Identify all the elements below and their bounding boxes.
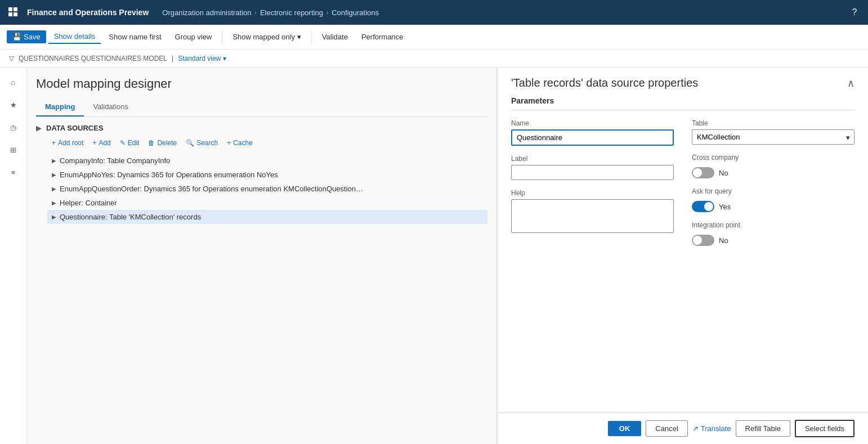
params-grid: Name Label Help xyxy=(511,119,854,246)
delete-icon: 🗑 xyxy=(148,139,155,147)
expand-icon: ▶ xyxy=(52,172,56,178)
svg-rect-2 xyxy=(8,12,12,16)
ds-item-enumappquestionorder[interactable]: ▶ EnumAppQuestionOrder: Dynamics 365 for… xyxy=(47,182,487,196)
breadcrumb-org-admin[interactable]: Organization administration xyxy=(162,8,251,17)
table-label: Table xyxy=(692,119,854,127)
add-icon: + xyxy=(92,139,96,147)
cache-button[interactable]: + Cache xyxy=(222,137,257,149)
breadcrumb-configurations[interactable]: Configurations xyxy=(332,8,379,17)
integration-point-toggle-row: No xyxy=(692,235,854,246)
label-field-group: Label xyxy=(511,155,674,180)
toolbar-separator xyxy=(222,30,222,44)
name-field-group: Name xyxy=(511,119,674,146)
expand-icon: ▶ xyxy=(52,158,56,164)
chevron-icon-2: › xyxy=(326,10,328,16)
label-input[interactable] xyxy=(511,165,674,180)
show-mapped-only-dropdown[interactable]: Show mapped only ▾ xyxy=(227,30,307,43)
refill-table-button[interactable]: Refill Table xyxy=(736,420,790,437)
translate-button[interactable]: ↗ Translate xyxy=(692,424,731,433)
ds-items-list: ▶ CompanyInfo: Table CompanyInfo ▶ EnumA… xyxy=(47,154,487,224)
ask-for-query-toggle-row: Yes xyxy=(692,201,854,212)
view-dropdown-icon: ▾ xyxy=(223,55,226,62)
show-details-button[interactable]: Show details xyxy=(48,30,101,44)
help-field-group: Help xyxy=(511,189,674,233)
close-icon[interactable]: ∧ xyxy=(847,77,854,89)
cache-icon: + xyxy=(227,139,231,147)
top-nav: Finance and Operations Preview Organizat… xyxy=(0,0,868,25)
right-panel-title: 'Table records' data source properties xyxy=(511,77,698,89)
add-root-button[interactable]: + Add root xyxy=(47,137,88,149)
svg-rect-0 xyxy=(8,7,12,11)
cross-company-toggle[interactable] xyxy=(692,167,714,178)
integration-point-toggle-text: No xyxy=(719,236,728,245)
ds-item-helper[interactable]: ▶ Helper: Container xyxy=(47,196,487,210)
ds-actions: + Add root + Add ✎ Edit 🗑 Delete 🔍 S xyxy=(47,137,487,149)
ask-for-query-toggle[interactable] xyxy=(692,201,714,212)
table-field-group: Table KMCollection CompanyInfo KMCollect… xyxy=(692,119,854,145)
name-input[interactable] xyxy=(511,129,674,146)
ds-item-enumappnoyes[interactable]: ▶ EnumAppNoYes: Dynamics 365 for Operati… xyxy=(47,168,487,182)
group-view-button[interactable]: Group view xyxy=(169,30,218,43)
add-root-icon: + xyxy=(52,139,56,147)
integration-point-label: Integration point xyxy=(692,221,854,229)
expand-icon: ▶ xyxy=(52,214,56,220)
params-right-col: Table KMCollection CompanyInfo KMCollect… xyxy=(692,119,854,246)
search-icon: 🔍 xyxy=(186,139,194,147)
main-layout: ⌂ ★ ◷ ⊞ ≡ Model mapping designer Mapping… xyxy=(0,68,868,444)
tab-mapping[interactable]: Mapping xyxy=(36,98,84,116)
cross-company-group: Cross company No xyxy=(692,154,854,178)
performance-button[interactable]: Performance xyxy=(356,30,409,43)
cancel-button[interactable]: Cancel xyxy=(646,420,687,437)
expand-icon: ▶ xyxy=(52,200,56,206)
nav-modules[interactable]: ≡ xyxy=(3,162,24,182)
breadcrumb-electronic-reporting[interactable]: Electronic reporting xyxy=(260,8,323,17)
nav-favorites[interactable]: ★ xyxy=(3,95,24,115)
add-button[interactable]: + Add xyxy=(88,137,115,149)
search-button[interactable]: 🔍 Search xyxy=(181,137,222,149)
left-panel: Model mapping designer Mapping Validatio… xyxy=(27,68,496,444)
right-panel-footer: OK Cancel ↗ Translate Refill Table Selec… xyxy=(498,412,868,444)
section-parameters: Parameters xyxy=(511,89,854,110)
help-label: Help xyxy=(511,189,674,197)
ask-for-query-group: Ask for query Yes xyxy=(692,187,854,212)
toolbar-separator-2 xyxy=(311,30,312,44)
nav-home[interactable]: ⌂ xyxy=(3,72,24,92)
toolbar: 💾 Save Show details Show name first Grou… xyxy=(0,25,868,50)
edit-button[interactable]: ✎ Edit xyxy=(115,137,144,149)
nav-workspaces[interactable]: ⊞ xyxy=(3,140,24,160)
right-panel-header: 'Table records' data source properties ∧ xyxy=(498,68,868,89)
validate-button[interactable]: Validate xyxy=(316,30,354,43)
nav-breadcrumb: Organization administration › Electronic… xyxy=(162,8,379,17)
help-textarea[interactable] xyxy=(511,199,674,233)
tab-validations[interactable]: Validations xyxy=(84,98,137,116)
chevron-down-icon: ▾ xyxy=(297,33,301,41)
select-fields-button[interactable]: Select fields xyxy=(795,420,854,437)
left-sidebar-nav: ⌂ ★ ◷ ⊞ ≡ xyxy=(0,68,27,444)
cross-company-toggle-row: No xyxy=(692,167,854,178)
breadcrumb-separator: | xyxy=(172,55,173,62)
model-label: QUESTIONNAIRES QUESTIONNAIRES MODEL xyxy=(19,55,167,62)
integration-point-toggle[interactable] xyxy=(692,235,714,246)
breadcrumb-row: ▽ QUESTIONNAIRES QUESTIONNAIRES MODEL | … xyxy=(0,50,868,68)
save-button[interactable]: 💾 Save xyxy=(7,30,46,43)
help-button[interactable]: ? xyxy=(845,3,863,21)
expand-icon: ▶ xyxy=(52,186,56,192)
app-grid-button[interactable] xyxy=(5,3,23,21)
ask-for-query-toggle-text: Yes xyxy=(719,203,731,211)
ds-expand-icon[interactable]: ▶ xyxy=(36,124,42,132)
app-title: Finance and Operations Preview xyxy=(27,8,149,17)
save-icon: 💾 xyxy=(12,33,21,41)
cross-company-toggle-text: No xyxy=(719,169,728,177)
table-select[interactable]: KMCollection CompanyInfo KMCollectionQue… xyxy=(692,129,854,145)
delete-button[interactable]: 🗑 Delete xyxy=(144,137,181,149)
svg-rect-1 xyxy=(14,7,17,11)
ok-button[interactable]: OK xyxy=(608,421,642,436)
nav-recent[interactable]: ◷ xyxy=(3,117,24,137)
ds-item-questionnaire[interactable]: ▶ Questionnaire: Table 'KMCollection' re… xyxy=(47,210,487,224)
integration-point-group: Integration point No xyxy=(692,221,854,246)
show-name-first-button[interactable]: Show name first xyxy=(103,30,167,43)
content-area: Model mapping designer Mapping Validatio… xyxy=(27,68,868,444)
right-panel: 'Table records' data source properties ∧… xyxy=(496,68,868,444)
view-dropdown[interactable]: Standard view ▾ xyxy=(178,55,226,62)
ds-item-companyinfo[interactable]: ▶ CompanyInfo: Table CompanyInfo xyxy=(47,154,487,168)
